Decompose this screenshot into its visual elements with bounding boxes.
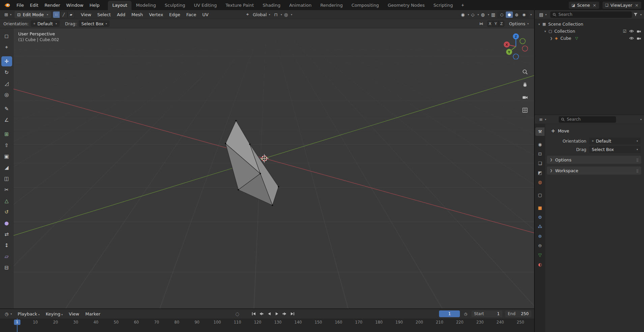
navigation-gizmo[interactable]: Z X Y: [502, 31, 530, 59]
ruler-tick-200[interactable]: 200: [416, 320, 423, 325]
properties-editor-selector[interactable]: ≡ ▾: [537, 116, 548, 123]
jump-to-end-button[interactable]: [289, 311, 296, 317]
ruler-tick-60[interactable]: 60: [134, 320, 139, 325]
editor-type-selector[interactable]: ⊞ ▾: [2, 11, 13, 18]
orientation-dropdown[interactable]: ⌖ Default ▾: [589, 138, 641, 145]
blender-logo-icon[interactable]: [3, 2, 11, 8]
tool-smooth[interactable]: ●: [1, 218, 12, 228]
pan-button[interactable]: [521, 80, 529, 89]
tool-spin[interactable]: ↺: [1, 207, 12, 217]
timeline-menu-playback[interactable]: Playback▾: [14, 310, 42, 318]
outliner-search-input[interactable]: Search: [550, 11, 632, 18]
ruler-tick-10[interactable]: 10: [33, 320, 38, 325]
visibility-icon[interactable]: ◉: [460, 11, 466, 18]
options-section-header[interactable]: ❯ Options ⣿: [547, 156, 641, 164]
workspace-tab-scripting[interactable]: Scripting: [429, 1, 458, 10]
collection-properties-tab[interactable]: ▢: [535, 191, 545, 199]
hide-eye-icon[interactable]: [629, 30, 634, 33]
ruler-tick-30[interactable]: 30: [73, 320, 78, 325]
unlink-scene-icon[interactable]: ×: [593, 3, 596, 8]
tool-loop-cut[interactable]: ◫: [1, 174, 12, 184]
tool-cursor[interactable]: ⌖: [1, 42, 12, 52]
material-properties-tab[interactable]: ◐: [535, 260, 545, 269]
viewport-menu-add[interactable]: Add: [114, 11, 128, 18]
zoom-button[interactable]: [521, 67, 529, 76]
viewport-menu-edge[interactable]: Edge: [166, 11, 183, 18]
mirror-z-button[interactable]: Z: [499, 21, 504, 27]
workspace-tab-animation[interactable]: Animation: [285, 1, 316, 10]
drag-dropdown[interactable]: Select Box ▾: [589, 146, 641, 153]
object-properties-tab[interactable]: ■: [535, 204, 545, 212]
ruler-tick-180[interactable]: 180: [375, 320, 383, 325]
ruler-tick-190[interactable]: 190: [396, 320, 403, 325]
tool-measure[interactable]: ∠: [1, 115, 12, 125]
shading-wireframe-button[interactable]: ○: [498, 11, 505, 18]
workspace-tab-texture-paint[interactable]: Texture Paint: [221, 1, 258, 10]
constraints-properties-tab[interactable]: ⊖: [535, 241, 545, 250]
ruler-tick-20[interactable]: 20: [53, 320, 58, 325]
edge-select-button[interactable]: ╱: [60, 11, 67, 18]
tool-extrude-region[interactable]: ⇧: [1, 140, 12, 150]
workspace-tab-rendering[interactable]: Rendering: [316, 1, 347, 10]
outliner-editor-selector[interactable]: ▤ ▾: [537, 11, 549, 18]
transform-orientation-dropdown[interactable]: Global ▾: [251, 11, 272, 18]
ruler-tick-100[interactable]: 100: [213, 320, 221, 325]
viewport-menu-uv[interactable]: UV: [199, 11, 211, 18]
render-properties-tab[interactable]: ◉: [535, 140, 545, 149]
viewport-menu-face[interactable]: Face: [183, 11, 199, 18]
viewlayer-selector[interactable]: ❏ ViewLayer ×: [603, 2, 641, 9]
timeline-ruler[interactable]: 1 10203040506070809010011012013014015016…: [0, 319, 534, 332]
hide-eye-icon[interactable]: [629, 37, 634, 40]
tool-bevel[interactable]: ◢: [1, 162, 12, 173]
topbar-menu-window[interactable]: Window: [63, 2, 86, 9]
object-data-properties-tab[interactable]: ▽: [535, 251, 545, 259]
workspace-tab-geometry-nodes[interactable]: Geometry Nodes: [383, 1, 429, 10]
tool-rip-region[interactable]: ⊟: [1, 263, 12, 273]
expand-icon[interactable]: ▾: [543, 30, 548, 33]
expand-icon[interactable]: ▾: [537, 23, 541, 26]
workspace-section-header[interactable]: ❯ Workspace ⣿: [547, 167, 641, 175]
mirror-x-button[interactable]: X: [487, 21, 493, 27]
jump-to-start-button[interactable]: [250, 311, 257, 317]
ruler-tick-140[interactable]: 140: [294, 320, 302, 325]
ruler-tick-80[interactable]: 80: [174, 320, 179, 325]
tool-add-cube[interactable]: ⊞: [1, 129, 12, 139]
workspace-tab-uv-editing[interactable]: UV Editing: [189, 1, 221, 10]
prev-keyframe-button[interactable]: [258, 311, 265, 317]
topbar-menu-render[interactable]: Render: [41, 2, 63, 9]
output-properties-tab[interactable]: ⊡: [535, 150, 545, 158]
ruler-tick-210[interactable]: 210: [436, 320, 443, 325]
drag-grip-icon[interactable]: ⣿: [636, 169, 638, 173]
expand-icon[interactable]: ❯: [549, 37, 554, 40]
mirror-y-button[interactable]: Y: [493, 21, 499, 27]
viewport-menu-mesh[interactable]: Mesh: [128, 11, 146, 18]
timeline-menu-marker[interactable]: Marker: [82, 310, 104, 318]
ruler-tick-160[interactable]: 160: [335, 320, 342, 325]
ruler-tick-150[interactable]: 150: [315, 320, 322, 325]
shading-rendered-button[interactable]: ◉: [521, 11, 528, 18]
show-gizmo-icon[interactable]: ◇: [470, 11, 476, 18]
play-button[interactable]: [273, 311, 280, 317]
camera-view-button[interactable]: [521, 93, 529, 102]
workspace-tab-sculpting[interactable]: Sculpting: [160, 1, 189, 10]
viewport-menu-select[interactable]: Select: [94, 11, 114, 18]
outliner-row-scene-collection[interactable]: ▾ ▦ Scene Collection: [535, 21, 644, 28]
tool-properties-tab[interactable]: ⚒: [535, 127, 545, 136]
tool-scale[interactable]: ◿: [1, 79, 12, 89]
scene-properties-tab[interactable]: ◩: [535, 169, 545, 177]
add-workspace-button[interactable]: +: [458, 1, 467, 9]
shading-material-button[interactable]: ◍: [513, 11, 520, 18]
topbar-menu-file[interactable]: File: [13, 2, 27, 9]
tool-edge-slide[interactable]: ⇄: [1, 229, 12, 239]
tool-options-dropdown[interactable]: Options ▾: [507, 21, 531, 27]
scene-selector[interactable]: ◪ Scene ×: [569, 2, 599, 9]
remove-viewlayer-icon[interactable]: ×: [635, 3, 639, 8]
workspace-tab-shading[interactable]: Shading: [258, 1, 285, 10]
tool-inset-faces[interactable]: ▣: [1, 151, 12, 161]
topbar-menu-help[interactable]: Help: [87, 2, 103, 9]
timeline-menu-view[interactable]: View: [66, 310, 82, 318]
viewport[interactable]: User Perspective (1) Cube | Cube.002 ◻⌖✛…: [0, 28, 534, 308]
view-layer-properties-tab[interactable]: ❏: [535, 159, 545, 168]
timeline-editor-selector[interactable]: ◷ ▾: [3, 311, 14, 317]
viewport-menu-vertex[interactable]: Vertex: [146, 11, 166, 18]
